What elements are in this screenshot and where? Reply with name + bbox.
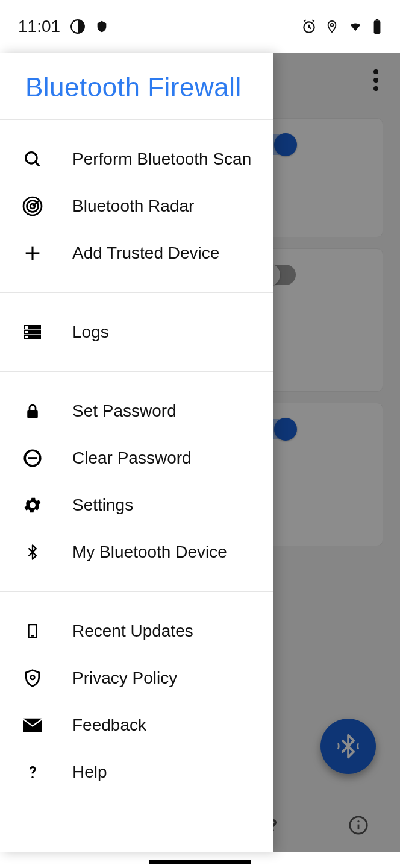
menu-label: Feedback: [72, 715, 146, 735]
clear-icon: [18, 444, 47, 473]
wifi-icon: [347, 20, 364, 33]
svg-rect-22: [25, 335, 28, 338]
shield-check-icon: [18, 664, 47, 693]
menu-item-logs[interactable]: Logs: [0, 309, 273, 356]
gesture-nav-bar: [149, 860, 251, 864]
menu-item-radar[interactable]: Bluetooth Radar: [0, 183, 273, 230]
menu-item-privacy-policy[interactable]: Privacy Policy: [0, 655, 273, 702]
svg-rect-26: [27, 410, 38, 418]
menu-item-settings[interactable]: Settings: [0, 482, 273, 529]
search-icon: [18, 145, 47, 174]
svg-rect-3: [374, 20, 381, 34]
alarm-icon: [301, 19, 317, 34]
svg-rect-21: [25, 330, 28, 333]
help-icon: [18, 758, 47, 787]
menu-label: My Bluetooth Device: [72, 542, 227, 562]
status-time: 11:01: [18, 17, 60, 36]
svg-point-9: [26, 153, 37, 163]
svg-point-2: [331, 24, 334, 27]
radar-icon: [18, 192, 47, 221]
menu-item-clear-password[interactable]: Clear Password: [0, 435, 273, 482]
status-dnd-icon: [70, 19, 86, 34]
mail-icon: [18, 711, 47, 740]
svg-rect-20: [25, 326, 28, 329]
status-shield-icon: [95, 19, 108, 34]
menu-item-help[interactable]: Help: [0, 749, 273, 796]
menu-item-feedback[interactable]: Feedback: [0, 702, 273, 749]
navigation-drawer: Bluetooth Firewall Perform Bluetooth Sca…: [0, 53, 273, 852]
phone-icon: [18, 617, 47, 646]
menu-item-my-bt-device[interactable]: My Bluetooth Device: [0, 529, 273, 576]
menu-label: Perform Bluetooth Scan: [72, 149, 251, 169]
menu-label: Logs: [72, 322, 109, 342]
gear-icon: [18, 491, 47, 520]
svg-rect-4: [376, 19, 378, 20]
battery-icon: [372, 19, 382, 34]
menu-label: Privacy Policy: [72, 668, 177, 688]
bluetooth-icon: [18, 538, 47, 567]
menu-item-recent-updates[interactable]: Recent Updates: [0, 608, 273, 655]
menu-label: Bluetooth Radar: [72, 197, 194, 216]
location-icon: [325, 19, 339, 34]
svg-point-33: [31, 776, 33, 778]
menu-label: Help: [72, 763, 107, 782]
status-bar: 11:01: [0, 0, 400, 53]
menu-label: Set Password: [72, 401, 177, 421]
plus-icon: [18, 239, 47, 268]
menu-label: Settings: [72, 495, 133, 515]
svg-point-31: [31, 675, 35, 679]
menu-item-scan[interactable]: Perform Bluetooth Scan: [0, 136, 273, 183]
svg-line-10: [36, 162, 40, 166]
menu-label: Recent Updates: [72, 621, 193, 641]
drawer-title: Bluetooth Firewall: [0, 53, 273, 119]
logs-icon: [18, 318, 47, 347]
svg-rect-32: [23, 719, 42, 732]
menu-label: Clear Password: [72, 448, 192, 468]
menu-item-add-trusted[interactable]: Add Trusted Device: [0, 230, 273, 277]
lock-icon: [18, 397, 47, 426]
menu-item-set-password[interactable]: Set Password: [0, 388, 273, 435]
menu-label: Add Trusted Device: [72, 244, 219, 263]
